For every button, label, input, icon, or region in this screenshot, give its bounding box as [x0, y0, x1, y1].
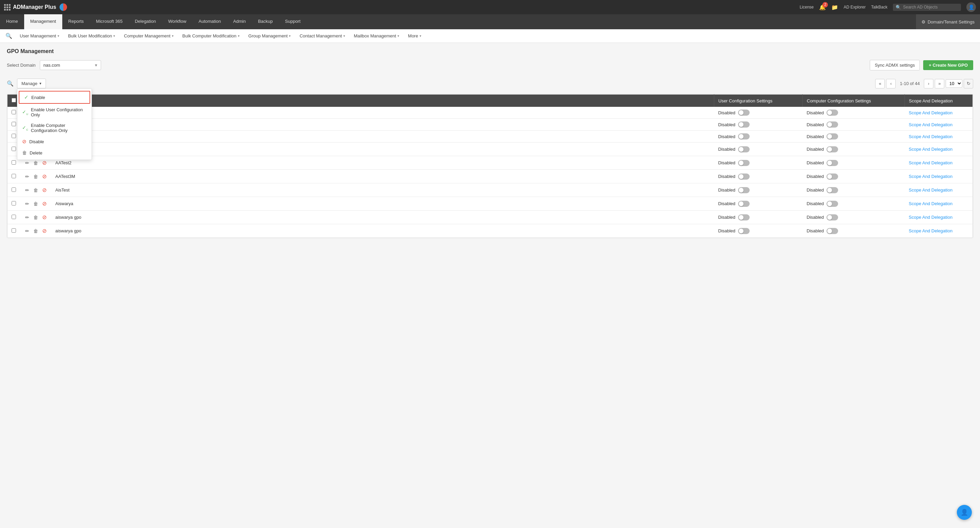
- sync-admx-button[interactable]: Sync ADMX settings: [870, 60, 920, 70]
- create-gpo-button[interactable]: + Create New GPO: [923, 60, 973, 70]
- edit-button[interactable]: ✏: [24, 159, 30, 166]
- row-checkbox[interactable]: [11, 160, 16, 165]
- search-input[interactable]: [903, 5, 958, 10]
- subnav-more[interactable]: More ▾: [404, 29, 425, 43]
- license-link[interactable]: License: [800, 5, 814, 10]
- comp-toggle[interactable]: [827, 228, 838, 234]
- manage-button[interactable]: Manage ▾: [17, 79, 46, 89]
- nav-item-management[interactable]: Management: [24, 14, 62, 29]
- subnav-search-icon[interactable]: 🔍: [3, 33, 15, 39]
- edit-button[interactable]: ✏: [24, 173, 30, 180]
- nav-item-microsoft365[interactable]: Microsoft 365: [90, 14, 129, 29]
- comp-toggle[interactable]: [827, 110, 838, 116]
- comp-toggle[interactable]: [827, 201, 838, 207]
- subnav-mailbox-management[interactable]: Mailbox Management ▾: [350, 29, 403, 43]
- ad-explorer-link[interactable]: AD Explorer: [843, 5, 865, 10]
- user-toggle[interactable]: [738, 121, 749, 127]
- menu-item-disable[interactable]: ⊘ Disable: [18, 136, 92, 147]
- disable-button[interactable]: ⊘: [41, 213, 47, 221]
- page-size-select[interactable]: 10 25 50: [946, 79, 962, 88]
- menu-item-enable-user-config[interactable]: ✓U Enable User Configuration Only: [18, 105, 92, 120]
- scope-delegation-link[interactable]: Scope And Delegation: [905, 211, 973, 224]
- nav-item-delegation[interactable]: Delegation: [129, 14, 162, 29]
- delete-button[interactable]: 🗑: [33, 227, 39, 234]
- talkback-link[interactable]: TalkBack: [871, 5, 888, 10]
- user-toggle[interactable]: [738, 187, 749, 193]
- disable-button[interactable]: ⊘: [41, 200, 47, 208]
- disable-button[interactable]: ⊘: [41, 227, 47, 235]
- subnav-group-management[interactable]: Group Management ▾: [244, 29, 295, 43]
- menu-item-enable-computer-config[interactable]: ✓C Enable Computer Configuration Only: [18, 120, 92, 136]
- delete-button[interactable]: 🗑: [33, 200, 39, 207]
- user-toggle[interactable]: [738, 110, 749, 116]
- row-checkbox[interactable]: [11, 215, 16, 219]
- nav-item-home[interactable]: Home: [0, 14, 24, 29]
- first-page-button[interactable]: «: [875, 79, 885, 89]
- edit-button[interactable]: ✏: [24, 227, 30, 234]
- user-toggle[interactable]: [738, 228, 749, 234]
- row-checkbox[interactable]: [11, 201, 16, 205]
- domain-select[interactable]: nas.com ▾: [40, 60, 101, 70]
- comp-toggle[interactable]: [827, 160, 838, 166]
- scope-delegation-link[interactable]: Scope And Delegation: [905, 170, 973, 183]
- edit-button[interactable]: ✏: [24, 187, 30, 194]
- row-checkbox[interactable]: [11, 146, 16, 151]
- row-checkbox[interactable]: [11, 228, 16, 233]
- comp-toggle[interactable]: [827, 134, 838, 140]
- subnav-user-management[interactable]: User Management ▾: [16, 29, 63, 43]
- delete-button[interactable]: 🗑: [33, 214, 39, 221]
- user-toggle[interactable]: [738, 134, 749, 140]
- row-checkbox[interactable]: [11, 122, 16, 126]
- user-toggle[interactable]: [738, 173, 749, 180]
- user-toggle[interactable]: [738, 201, 749, 207]
- last-page-button[interactable]: »: [935, 79, 944, 89]
- user-avatar[interactable]: 👤: [966, 2, 976, 12]
- subnav-computer-management[interactable]: Computer Management ▾: [120, 29, 178, 43]
- comp-toggle[interactable]: [827, 121, 838, 127]
- scope-delegation-link[interactable]: Scope And Delegation: [905, 183, 973, 197]
- nav-item-admin[interactable]: Admin: [227, 14, 252, 29]
- row-checkbox[interactable]: [11, 188, 16, 192]
- row-checkbox[interactable]: [11, 110, 16, 114]
- prev-page-button[interactable]: ‹: [886, 79, 896, 89]
- table-search-icon[interactable]: 🔍: [7, 80, 14, 87]
- notification-bell[interactable]: 🔔 2: [819, 4, 826, 11]
- comp-toggle[interactable]: [827, 146, 838, 153]
- scope-delegation-link[interactable]: Scope And Delegation: [905, 156, 973, 170]
- refresh-button[interactable]: ↻: [964, 79, 973, 89]
- menu-item-delete[interactable]: 🗑 Delete: [18, 147, 92, 158]
- disable-button[interactable]: ⊘: [41, 172, 47, 180]
- domain-settings-button[interactable]: ⚙ Domain/Tenant Settings: [916, 14, 980, 29]
- row-checkbox[interactable]: [11, 174, 16, 178]
- nav-item-support[interactable]: Support: [279, 14, 307, 29]
- scope-delegation-link[interactable]: Scope And Delegation: [905, 143, 973, 156]
- subnav-bulk-computer-modification[interactable]: Bulk Computer Modification ▾: [178, 29, 243, 43]
- user-toggle[interactable]: [738, 160, 749, 166]
- user-toggle[interactable]: [738, 146, 749, 153]
- scope-delegation-link[interactable]: Scope And Delegation: [905, 107, 973, 119]
- scope-delegation-link[interactable]: Scope And Delegation: [905, 197, 973, 211]
- user-toggle[interactable]: [738, 214, 749, 221]
- delete-button[interactable]: 🗑: [33, 187, 39, 194]
- edit-button[interactable]: ✏: [24, 200, 30, 207]
- nav-item-workflow[interactable]: Workflow: [162, 14, 192, 29]
- scope-delegation-link[interactable]: Scope And Delegation: [905, 119, 973, 130]
- comp-toggle[interactable]: [827, 214, 838, 221]
- nav-item-backup[interactable]: Backup: [252, 14, 279, 29]
- disable-button[interactable]: ⊘: [41, 186, 47, 194]
- comp-toggle[interactable]: [827, 173, 838, 180]
- edit-button[interactable]: ✏: [24, 214, 30, 221]
- comp-toggle[interactable]: [827, 187, 838, 193]
- scope-delegation-link[interactable]: Scope And Delegation: [905, 130, 973, 143]
- delete-button[interactable]: 🗑: [33, 173, 39, 180]
- next-page-button[interactable]: ›: [924, 79, 933, 89]
- nav-item-reports[interactable]: Reports: [62, 14, 90, 29]
- delete-button[interactable]: 🗑: [33, 159, 39, 166]
- disable-button[interactable]: ⊘: [41, 159, 47, 167]
- nav-item-automation[interactable]: Automation: [192, 14, 227, 29]
- subnav-bulk-user-modification[interactable]: Bulk User Modification ▾: [64, 29, 119, 43]
- scope-delegation-link[interactable]: Scope And Delegation: [905, 224, 973, 238]
- menu-item-enable[interactable]: ✓ Enable: [19, 91, 90, 104]
- select-all-checkbox[interactable]: [11, 98, 16, 102]
- row-checkbox[interactable]: [11, 134, 16, 138]
